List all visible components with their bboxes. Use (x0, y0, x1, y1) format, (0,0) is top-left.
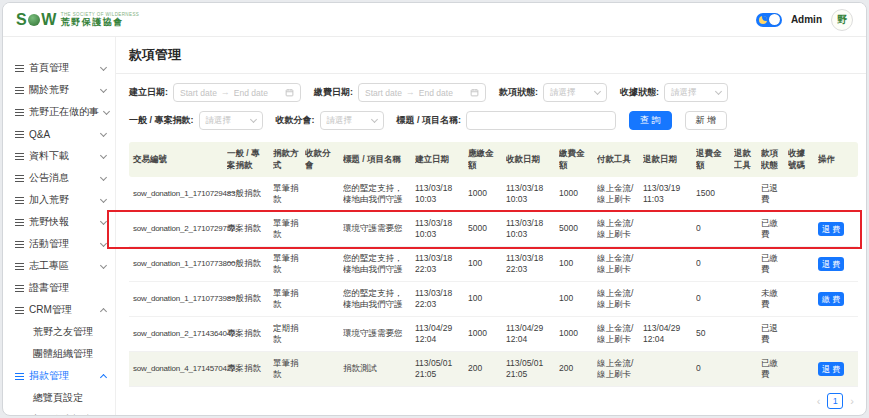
add-button[interactable]: 新 增 (685, 111, 728, 130)
cell-branch (305, 317, 343, 351)
arrow-right-icon: → (221, 88, 230, 97)
sidebar-subitem[interactable]: 荒野之友管理 (8, 321, 110, 343)
cell-title: 環境守護需要您 (343, 212, 415, 246)
sidebar-subitem[interactable]: 總覽頁設定 (8, 387, 110, 409)
pagination-prev[interactable]: ‹ (817, 396, 821, 407)
avatar[interactable]: 野 (831, 9, 853, 31)
cell-refund_tool (734, 247, 761, 281)
cell-refund_date (643, 282, 696, 316)
main-layout: 首頁管理關於荒野荒野正在做的事Q&A資料下載公告消息加入荒野荒野快報活動管理志工… (3, 37, 866, 415)
cell-receipt_no (788, 212, 818, 246)
refund-button[interactable]: 退 費 (818, 362, 844, 376)
calendar-icon (470, 88, 479, 97)
sidebar-subitem[interactable]: 捐款方案設定 (8, 409, 110, 415)
refund-button[interactable]: 退 費 (818, 222, 844, 236)
sidebar-item-label: 首頁管理 (29, 61, 69, 75)
sidebar-item-label: 加入荒野 (29, 193, 69, 207)
pay-button[interactable]: 繳 費 (818, 292, 844, 306)
pagination-next[interactable]: › (850, 396, 854, 407)
sidebar-item[interactable]: 荒野正在做的事 (3, 101, 115, 123)
pagination-page-1[interactable]: 1 (827, 393, 843, 409)
cell-created: 113/03/18 22:03 (415, 282, 468, 316)
sidebar-item-label: 關於荒野 (29, 83, 69, 97)
sidebar-item[interactable]: 活動管理 (3, 233, 115, 255)
list-icon (15, 262, 24, 270)
cell-status: 已退費 (761, 177, 788, 211)
admin-toggle[interactable] (756, 13, 782, 27)
list-icon (15, 130, 24, 138)
receipt-status-select[interactable]: 請選擇 (664, 83, 728, 102)
sidebar-item-label: 證書管理 (29, 281, 69, 295)
payment-status-select[interactable]: 請選擇 (543, 83, 607, 102)
chevron-down-icon (100, 239, 107, 246)
sidebar-item[interactable]: CRM管理 (3, 299, 115, 321)
pagination: ‹ 1 › (129, 393, 858, 409)
sidebar-item[interactable]: 首頁管理 (3, 57, 115, 79)
select-placeholder: 請選擇 (671, 87, 697, 99)
brand-logo: SW THE SOCIETY OF WILDERNESS 荒野保護協會 (16, 12, 139, 28)
branch-select[interactable]: 請選擇 (320, 111, 384, 130)
sidebar-item[interactable]: Q&A (3, 123, 115, 145)
list-icon (15, 108, 24, 116)
list-icon (15, 372, 24, 380)
logo-subtext: THE SOCIETY OF WILDERNESS 荒野保護協會 (61, 12, 139, 28)
cell-refund_amount: 1500 (696, 177, 734, 211)
list-icon (15, 64, 24, 72)
filter-branch: 收款分會: 請選擇 (276, 111, 384, 130)
cell-refund_tool (734, 282, 761, 316)
start-date-placeholder: Start date (180, 88, 217, 98)
chevron-down-icon (100, 217, 107, 224)
title-name-input[interactable] (466, 111, 616, 130)
chevron-down-icon (100, 85, 107, 92)
cell-branch (305, 177, 343, 211)
sidebar-item[interactable]: 荒野快報 (3, 211, 115, 233)
cell-paid_date: 113/03/18 10:03 (506, 177, 559, 211)
filter-created-date: 建立日期: Start date → End date (129, 83, 301, 102)
cell-title: 您的堅定支持，棲地由我們守護 (343, 177, 415, 211)
sidebar-item[interactable]: 捐款管理 (3, 365, 115, 387)
cell-paid_date: 113/03/18 22:03 (506, 247, 559, 281)
chevron-down-icon (100, 173, 107, 180)
sidebar-item[interactable]: 關於荒野 (3, 79, 115, 101)
donation-type-select[interactable]: 請選擇 (199, 111, 263, 130)
cell-refund_amount: 0 (696, 282, 734, 316)
list-icon (15, 218, 24, 226)
cell-title: 您的堅定支持，棲地由我們守護 (343, 247, 415, 281)
column-header: 收據號碼 (788, 142, 818, 177)
sidebar-item[interactable]: 證書管理 (3, 277, 115, 299)
sidebar-item[interactable]: 公告消息 (3, 167, 115, 189)
cell-method: 單筆捐款 (273, 177, 305, 211)
paid-date-range-picker[interactable]: Start date → End date (358, 83, 486, 102)
list-icon (15, 240, 24, 248)
search-button[interactable]: 查 詢 (629, 111, 672, 130)
cell-paid_date: 113/05/01 21:05 (506, 352, 559, 386)
cell-refund_amount: 0 (696, 212, 734, 246)
refund-button[interactable]: 退 費 (818, 257, 844, 271)
cell-branch (305, 282, 343, 316)
sidebar-item[interactable]: 志工專區 (3, 255, 115, 277)
column-header: 應繳金額 (468, 142, 506, 177)
arrow-right-icon: → (406, 88, 415, 97)
cell-pay_tool: 線上金流/線上刷卡 (597, 352, 643, 386)
filter-title-name: 標題 / 項目名稱: (397, 111, 617, 130)
sidebar-subitem[interactable]: 團體組織管理 (8, 343, 110, 365)
sidebar-item-label: 荒野正在做的事 (29, 105, 99, 119)
cell-paid_amount: 100 (559, 282, 597, 316)
column-header: 退款日期 (643, 142, 696, 177)
cell-title: 環境守護需要您 (343, 317, 415, 351)
sidebar-item[interactable]: 加入荒野 (3, 189, 115, 211)
list-icon (15, 284, 24, 292)
cell-refund_amount: 50 (696, 317, 734, 351)
cell-paid_amount: 200 (559, 352, 597, 386)
sidebar-item[interactable]: 資料下載 (3, 145, 115, 167)
cell-action: 退 費 (818, 247, 856, 281)
moon-icon (759, 16, 767, 24)
branch-label: 收款分會: (276, 114, 315, 127)
cell-type: 一般捐款 (227, 282, 273, 316)
admin-label: Admin (791, 14, 822, 25)
brand-org-name: 荒野保護協會 (61, 17, 139, 27)
cell-refund_tool (734, 317, 761, 351)
cell-paid_date (506, 282, 559, 316)
cell-pay_tool: 線上金流/線上刷卡 (597, 247, 643, 281)
created-date-range-picker[interactable]: Start date → End date (173, 83, 301, 102)
